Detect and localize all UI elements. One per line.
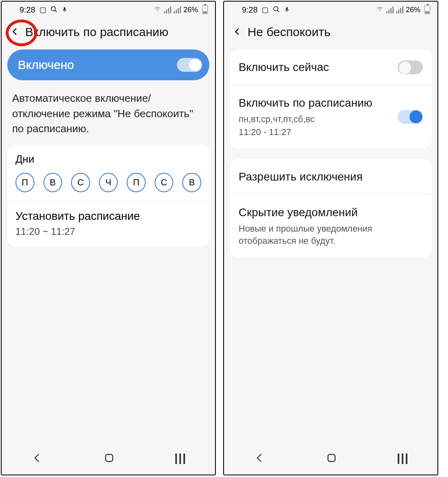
app-header: Включить по расписанию [2, 18, 215, 49]
row-hide-notifications[interactable]: Скрытие уведомлений Новые и прошлые увед… [230, 194, 432, 257]
nav-bar [2, 443, 215, 475]
settings-card-1: Включить сейчас Включить по расписанию п… [230, 49, 432, 148]
svg-rect-2 [64, 7, 65, 10]
signal-icon-2 [396, 6, 403, 13]
day-chip[interactable]: В [182, 173, 201, 192]
battery-icon [202, 5, 208, 14]
nav-home-button[interactable] [325, 452, 338, 466]
divider [7, 201, 209, 202]
svg-rect-5 [106, 454, 113, 462]
back-button[interactable] [233, 25, 242, 39]
settings-card-2: Разрешить исключения Скрытие уведомлений… [230, 159, 432, 257]
description-text: Автоматическое включение/отключение режи… [2, 91, 215, 145]
image-icon: ▢ [39, 6, 46, 13]
nav-recents-button[interactable] [398, 453, 407, 464]
status-bar: 9:28 ▢ 26% [224, 2, 437, 18]
days-row: П В С Ч П С В [15, 173, 201, 192]
svg-rect-8 [286, 7, 288, 10]
enabled-toggle-row[interactable]: Включено [7, 49, 209, 80]
schedule-card: Дни П В С Ч П С В Установить расписание … [7, 145, 209, 247]
status-time: 9:28 [19, 5, 35, 15]
row-allow-exceptions[interactable]: Разрешить исключения [230, 159, 432, 194]
row-enable-now[interactable]: Включить сейчас [230, 49, 432, 85]
page-title: Включить по расписанию [25, 25, 168, 39]
nav-back-button[interactable] [32, 452, 43, 465]
search-icon [50, 6, 58, 14]
phone-right: 9:28 ▢ 26% Не беспокоить Вкл [223, 1, 438, 475]
day-chip[interactable]: Ч [99, 173, 118, 192]
phone-left: 9:28 ▢ 26% Включить по расписанию Включе… [1, 1, 216, 475]
status-time: 9:28 [242, 5, 258, 15]
svg-line-1 [55, 10, 57, 12]
day-chip[interactable]: С [71, 173, 90, 192]
wifi-icon [376, 6, 384, 14]
svg-point-4 [157, 10, 158, 11]
battery-pct: 26% [406, 6, 420, 14]
row-enable-schedule[interactable]: Включить по расписанию пн,вт,ср,чт,пт,сб… [230, 85, 432, 148]
row-title: Скрытие уведомлений [239, 205, 423, 219]
page-title: Не беспокоить [248, 25, 330, 39]
mic-icon [284, 6, 290, 14]
battery-icon [424, 5, 430, 14]
day-chip[interactable]: В [43, 173, 62, 192]
row-sub-time: 11:20 - 11:27 [239, 126, 390, 138]
signal-icon [386, 6, 394, 13]
row-sub-days: пн,вт,ср,чт,пт,сб,вс [239, 113, 390, 125]
row-sub: Новые и прошлые уведомления отображаться… [239, 223, 423, 247]
row-title: Включить сейчас [239, 60, 390, 74]
mic-icon [62, 6, 67, 14]
nav-back-button[interactable] [254, 452, 265, 465]
enabled-label: Включено [18, 58, 74, 72]
enable-now-toggle[interactable] [398, 60, 423, 74]
nav-home-button[interactable] [103, 452, 115, 466]
battery-pct: 26% [183, 6, 198, 14]
search-icon [273, 6, 280, 14]
row-title: Разрешить исключения [239, 170, 423, 184]
svg-point-10 [379, 10, 381, 11]
image-icon: ▢ [262, 6, 269, 13]
row-title: Включить по расписанию [239, 96, 390, 110]
day-chip[interactable]: С [155, 173, 174, 192]
schedule-toggle[interactable] [398, 110, 423, 124]
svg-line-7 [277, 10, 279, 12]
nav-recents-button[interactable] [175, 453, 185, 464]
status-bar: 9:28 ▢ 26% [2, 2, 215, 18]
signal-icon [164, 6, 171, 13]
app-header: Не беспокоить [224, 18, 437, 49]
svg-point-6 [274, 6, 278, 11]
days-label: Дни [15, 153, 201, 165]
day-chip[interactable]: П [127, 173, 146, 192]
nav-bar [224, 443, 437, 475]
enabled-toggle[interactable] [177, 58, 202, 72]
back-button[interactable] [11, 25, 19, 39]
set-schedule-time: 11:20 ~ 11:27 [15, 226, 201, 237]
svg-rect-11 [328, 454, 335, 462]
svg-point-0 [51, 6, 56, 11]
day-chip[interactable]: П [15, 173, 34, 192]
wifi-icon [153, 6, 162, 14]
set-schedule-title[interactable]: Установить расписание [15, 210, 201, 223]
signal-icon-2 [174, 6, 181, 13]
